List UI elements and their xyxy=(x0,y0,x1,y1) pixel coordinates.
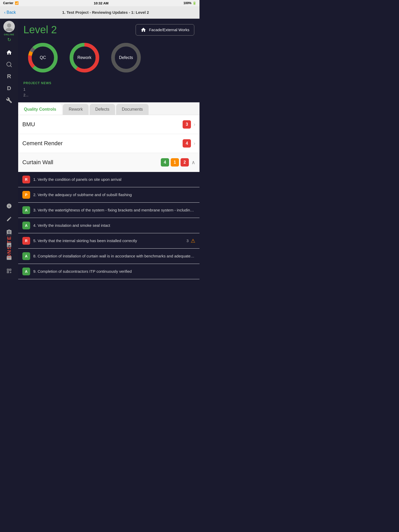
sub-badge-9: A xyxy=(22,268,30,275)
cement-render-label: Cement Render xyxy=(22,140,181,147)
sub-text-5: 5. Verify that the internal skirting has… xyxy=(33,238,187,243)
sub-badge-3: A xyxy=(22,206,30,214)
defects-chart[interactable]: Defects xyxy=(109,41,143,75)
header-section: Level 2 Facade/External Works xyxy=(18,19,200,79)
sub-text-3: 3. Verify the watertightness of the syst… xyxy=(33,208,195,213)
curtain-wall-badge-green: 4 xyxy=(161,158,169,167)
news-item-1: 1 xyxy=(23,87,194,92)
list-item-curtain-wall[interactable]: Curtain Wall 4 1 2 ∧ xyxy=(18,153,200,172)
bmu-label: BMU xyxy=(22,121,181,128)
qc-label: QC xyxy=(40,55,46,60)
level-title: Level 2 xyxy=(23,24,57,36)
sub-badge-5: R xyxy=(22,237,30,245)
battery-label: 100% xyxy=(183,1,191,5)
sidebar-item-edit[interactable] xyxy=(3,213,15,225)
news-section: PROJECT NEWS 1 2... xyxy=(18,79,200,102)
rework-chart[interactable]: Rework xyxy=(68,41,101,75)
svg-line-3 xyxy=(10,66,12,67)
main-layout: ONLINE ↻ R D v1.37 ONSiTE xyxy=(0,19,200,279)
sidebar-item-image[interactable] xyxy=(3,239,15,251)
sidebar: ONLINE ↻ R D v1.37 ONSiTE xyxy=(0,19,18,279)
bmu-badge: 3 xyxy=(183,120,191,129)
sub-text-4: 4. Verify the insulation and smoke seal … xyxy=(33,223,195,228)
bmu-chevron-icon: › xyxy=(194,121,195,127)
sidebar-item-info[interactable] xyxy=(3,200,15,212)
sidebar-item-rework[interactable]: R xyxy=(3,71,15,82)
rework-label: Rework xyxy=(77,55,91,60)
status-right: 100% 🔋 xyxy=(183,1,196,5)
charts-row: QC Rework xyxy=(23,41,194,75)
nav-title: 1. Test Project - Reviewing Updates - 1:… xyxy=(16,10,195,15)
curtain-wall-chevron-icon: ∧ xyxy=(191,159,195,165)
sub-item-4[interactable]: A 4. Verify the insulation and smoke sea… xyxy=(18,218,200,233)
back-button[interactable]: ‹ Back xyxy=(4,10,16,15)
tab-defects[interactable]: Defects xyxy=(90,104,115,115)
defects-label: Defects xyxy=(119,55,133,60)
sub-badge-4: A xyxy=(22,222,30,229)
status-left: Carrier 📶 xyxy=(3,1,19,5)
sidebar-item-defects[interactable]: D xyxy=(3,83,15,94)
time-label: 10:32 AM xyxy=(94,1,109,5)
list-item-bmu[interactable]: BMU 3 › xyxy=(18,115,200,134)
sub-right-5: 3 ⚠ xyxy=(187,238,195,244)
sidebar-item-qc[interactable] xyxy=(3,59,15,70)
location-label: Facade/External Works xyxy=(149,28,189,32)
tab-rework[interactable]: Rework xyxy=(63,104,88,115)
cement-render-chevron-icon: › xyxy=(194,140,195,146)
user-avatar[interactable] xyxy=(3,21,15,32)
curtain-wall-badge-red: 2 xyxy=(181,158,189,167)
warning-icon-5: ⚠ xyxy=(191,238,195,244)
defects-donut: Defects xyxy=(109,41,143,75)
sub-item-8[interactable]: A 8. Completion of installation of curta… xyxy=(18,249,200,264)
sub-badge-8: A xyxy=(22,252,30,260)
battery-icon: 🔋 xyxy=(192,1,196,5)
wifi-icon: 📶 xyxy=(15,1,19,5)
curtain-wall-label: Curtain Wall xyxy=(22,159,159,166)
sub-text-2: 2. Verify the adequacy of subframe and o… xyxy=(33,192,195,197)
svg-point-0 xyxy=(7,23,11,28)
sidebar-item-tools[interactable] xyxy=(3,95,15,106)
carrier-label: Carrier xyxy=(3,1,13,5)
sidebar-item-home[interactable] xyxy=(3,47,15,58)
location-button[interactable]: Facade/External Works xyxy=(136,24,194,36)
sub-item-3[interactable]: A 3. Verify the watertightness of the sy… xyxy=(18,203,200,218)
sub-item-9[interactable]: A 9. Completion of subcontractors ITP co… xyxy=(18,264,200,279)
tabs-bar: Quality Controls Rework Defects Document… xyxy=(18,102,200,115)
sidebar-bottom xyxy=(0,200,18,279)
sub-item-1[interactable]: R 1. Verify the condition of panels on s… xyxy=(18,172,200,187)
sidebar-item-camera[interactable] xyxy=(3,226,15,238)
news-item-2: 2... xyxy=(23,92,194,98)
content-area: Level 2 Facade/External Works xyxy=(18,19,200,279)
back-chevron-icon: ‹ xyxy=(4,10,5,15)
tab-quality-controls[interactable]: Quality Controls xyxy=(18,104,62,115)
news-title: PROJECT NEWS xyxy=(23,81,194,85)
refresh-icon[interactable]: ↻ xyxy=(7,37,11,43)
online-status: ONLINE xyxy=(4,33,14,36)
back-label: Back xyxy=(6,10,16,15)
tab-documents[interactable]: Documents xyxy=(116,104,149,115)
nav-bar: ‹ Back 1. Test Project - Reviewing Updat… xyxy=(0,6,200,19)
sidebar-item-qrcode[interactable] xyxy=(3,265,15,277)
sub-count-5: 3 xyxy=(187,238,189,243)
sub-text-9: 9. Completion of subcontractors ITP cont… xyxy=(33,269,195,274)
sub-badge-2: P xyxy=(22,191,30,199)
rework-donut: Rework xyxy=(68,41,101,75)
cement-render-badge: 4 xyxy=(183,139,191,148)
level-label: Level xyxy=(23,24,48,35)
list-item-cement-render[interactable]: Cement Render 4 › xyxy=(18,134,200,153)
qc-chart[interactable]: QC xyxy=(26,41,60,75)
header-top: Level 2 Facade/External Works xyxy=(23,24,194,36)
status-bar: Carrier 📶 10:32 AM 100% 🔋 xyxy=(0,0,200,6)
sub-item-5[interactable]: R 5. Verify that the internal skirting h… xyxy=(18,233,200,249)
qc-donut: QC xyxy=(26,41,60,75)
curtain-wall-badge-orange: 1 xyxy=(171,158,179,167)
svg-point-1 xyxy=(5,28,13,31)
sub-badge-1: R xyxy=(22,176,30,183)
list-content: BMU 3 › Cement Render 4 › Curtain Wall 4… xyxy=(18,115,200,279)
sub-text-1: 1. Verify the condition of panels on sit… xyxy=(33,177,195,182)
level-number: 2 xyxy=(51,24,57,35)
sub-item-2[interactable]: P 2. Verify the adequacy of subframe and… xyxy=(18,187,200,203)
sidebar-item-mail[interactable] xyxy=(3,252,15,264)
sub-text-8: 8. Completion of installation of curtain… xyxy=(33,254,195,259)
